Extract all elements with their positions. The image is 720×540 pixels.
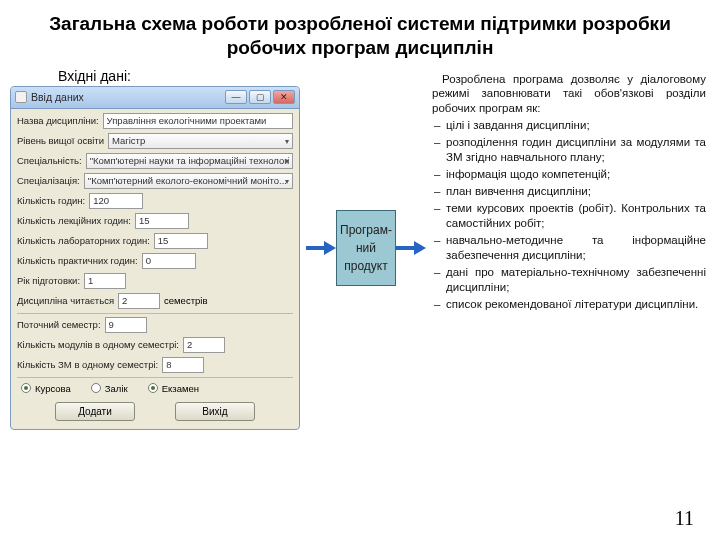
list-item: теми курсових проектів (робіт). Контроль… (432, 201, 706, 231)
minimize-button[interactable]: — (225, 90, 247, 104)
list-item: навчально-методичне та інформаційне забе… (432, 233, 706, 263)
product-box: Програм- ний продукт (336, 210, 396, 286)
arrow-right (396, 241, 426, 255)
list-item: інформація щодо компетенцій; (432, 167, 706, 182)
lab-hours-input[interactable] (154, 233, 208, 249)
read-suffix: семестрів (164, 295, 207, 306)
year-label: Рік підготовки: (17, 275, 80, 286)
specialization-select[interactable] (84, 173, 293, 189)
speciality-select[interactable] (86, 153, 293, 169)
close-button[interactable]: ✕ (273, 90, 295, 104)
feature-list: цілі і завдання дисципліни; розподілення… (432, 118, 706, 311)
read-input[interactable] (118, 293, 160, 309)
current-semester-input[interactable] (105, 317, 147, 333)
content-area: Вхідні дані: Ввід даних — ▢ ✕ Назва дисц… (0, 66, 720, 430)
hours-label: Кількість годин: (17, 195, 85, 206)
ekzamen-radio[interactable]: Екзамен (148, 383, 199, 394)
kursova-radio[interactable]: Курсова (21, 383, 71, 394)
modules-label: Кількість модулів в одному семестрі: (17, 339, 179, 350)
list-item: дані про матеріально-технічному забезпеч… (432, 265, 706, 295)
read-label: Дисципліна читається (17, 295, 114, 306)
right-column: Розроблена програма дозволяє у діалогово… (432, 66, 710, 430)
zalik-radio[interactable]: Залік (91, 383, 128, 394)
lecture-hours-label: Кількість лекційних годин: (17, 215, 131, 226)
speciality-label: Спеціальність: (17, 155, 82, 166)
maximize-button[interactable]: ▢ (249, 90, 271, 104)
radio-group: Курсова Залік Екзамен (17, 381, 293, 398)
input-data-label: Вхідні дані: (58, 68, 300, 84)
practical-hours-label: Кількість практичних годин: (17, 255, 138, 266)
lecture-hours-input[interactable] (135, 213, 189, 229)
discipline-name-label: Назва дисципліни: (17, 115, 99, 126)
window-titlebar: Ввід даних — ▢ ✕ (11, 87, 299, 109)
form-body: Назва дисципліни: Рівень вищої освіти Сп… (11, 109, 299, 429)
separator-2 (17, 377, 293, 378)
lab-hours-label: Кількість лабораторних годин: (17, 235, 150, 246)
current-semester-label: Поточний семестр: (17, 319, 101, 330)
year-input[interactable] (84, 273, 126, 289)
page-number: 11 (675, 507, 694, 530)
arrow-left (306, 241, 336, 255)
level-select[interactable] (108, 133, 293, 149)
separator (17, 313, 293, 314)
discipline-name-input[interactable] (103, 113, 293, 129)
list-item: план вивчення дисципліни; (432, 184, 706, 199)
zm-input[interactable] (162, 357, 204, 373)
hours-input[interactable] (89, 193, 143, 209)
exit-button[interactable]: Вихід (175, 402, 255, 421)
dialog-window: Ввід даних — ▢ ✕ Назва дисципліни: Рівен… (10, 86, 300, 430)
window-caption: Ввід даних (31, 91, 84, 103)
zm-label: Кількість ЗМ в одному семестрі: (17, 359, 158, 370)
list-item: цілі і завдання дисципліни; (432, 118, 706, 133)
add-button[interactable]: Додати (55, 402, 135, 421)
slide-title: Загальна схема роботи розробленої систем… (0, 0, 720, 66)
level-label: Рівень вищої освіти (17, 135, 104, 146)
practical-hours-input[interactable] (142, 253, 196, 269)
specialization-label: Спеціалізація: (17, 175, 80, 186)
app-icon (15, 91, 27, 103)
middle-column: Програм- ний продукт (306, 66, 426, 430)
list-item: розподілення годин дисципліни за модулям… (432, 135, 706, 165)
modules-input[interactable] (183, 337, 225, 353)
intro-text: Розроблена програма дозволяє у діалогово… (432, 72, 706, 117)
list-item: список рекомендованої літератури дисципл… (432, 297, 706, 312)
left-column: Вхідні дані: Ввід даних — ▢ ✕ Назва дисц… (10, 66, 300, 430)
